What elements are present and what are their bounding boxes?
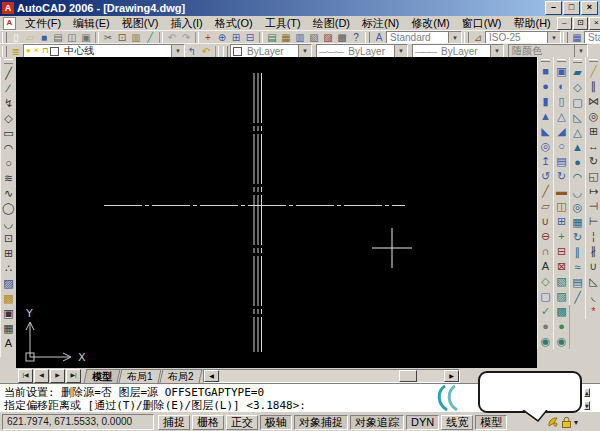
stretch-icon[interactable]: ↦: [586, 184, 600, 199]
vertical-centerlines[interactable]: [254, 73, 262, 352]
gradient-icon[interactable]: ▩: [1, 291, 16, 306]
doc-close-button[interactable]: ×: [589, 17, 600, 30]
lwt-toggle[interactable]: 线宽: [441, 415, 473, 430]
menu-item-edit[interactable]: 编辑(E): [67, 16, 116, 31]
hatch-icon[interactable]: ▨: [1, 276, 16, 291]
subtract-icon[interactable]: ⊖: [538, 229, 553, 244]
explode-icon[interactable]: *: [586, 304, 600, 319]
join-icon[interactable]: ∪: [586, 259, 600, 274]
solid-torus-icon[interactable]: ◎: [538, 139, 553, 154]
dyn-toggle[interactable]: DYN: [406, 415, 439, 430]
toolbar-grip[interactable]: [589, 59, 598, 62]
toolbar-grip[interactable]: [557, 59, 566, 62]
layer-unlock-icon[interactable]: ⊓: [42, 45, 48, 57]
chevron-down-icon[interactable]: ▼: [574, 45, 587, 57]
scroll-right-icon[interactable]: ▶: [444, 370, 459, 382]
copy-object-icon[interactable]: ∥: [586, 79, 600, 94]
torus-icon[interactable]: ○: [554, 139, 569, 154]
lock-icon[interactable]: [561, 416, 572, 428]
shell-icon[interactable]: ▢: [538, 289, 553, 304]
tabulated-surface-icon[interactable]: ∥: [570, 245, 585, 260]
solid-sphere-icon[interactable]: ●: [538, 79, 553, 94]
plot-style-combo[interactable]: 随颜色 ▼: [508, 44, 588, 58]
render-scene-icon[interactable]: ▧: [554, 274, 569, 289]
menu-item-draw[interactable]: 绘图(D): [307, 16, 356, 31]
menu-item-dimension[interactable]: 标注(N): [356, 16, 405, 31]
color-control-combo[interactable]: ByLayer ▼: [230, 44, 312, 58]
toolbar-grip[interactable]: [464, 32, 469, 43]
break-icon[interactable]: ∦: [586, 244, 600, 259]
chevron-down-icon[interactable]: ▼: [547, 32, 560, 44]
command-scrollbar[interactable]: ▲ ▼: [584, 385, 598, 411]
slice-solid-icon[interactable]: ▬: [554, 184, 569, 199]
cone-surface-icon[interactable]: ▲: [570, 140, 585, 155]
toolbar-grip[interactable]: [2, 46, 7, 57]
edge-surface-icon[interactable]: ▤: [570, 275, 585, 290]
doc-minimize-button[interactable]: –: [557, 17, 572, 30]
make-block-icon[interactable]: ⊞: [1, 246, 16, 261]
check-icon[interactable]: ✓: [538, 304, 553, 319]
layer-previous-icon[interactable]: ↶: [199, 45, 213, 58]
mesh-icon[interactable]: ▦: [570, 215, 585, 230]
region-icon[interactable]: ▣: [1, 306, 16, 321]
menu-item-view[interactable]: 视图(V): [116, 16, 165, 31]
minimize-button[interactable]: –: [545, 1, 562, 15]
layer-properties-manager-icon[interactable]: ≣: [9, 45, 23, 58]
osnap-toggle[interactable]: 对象捕捉: [294, 415, 348, 430]
tab-last-button[interactable]: ▶|: [66, 369, 81, 383]
scroll-up-icon[interactable]: ▲: [584, 388, 590, 397]
setup-profile-icon[interactable]: ⊠: [554, 259, 569, 274]
canvas-horizontal-scrollbar[interactable]: ◀ ▶: [203, 369, 460, 383]
menu-item-modify[interactable]: 修改(M): [405, 16, 456, 31]
mirror-icon[interactable]: ⋈: [586, 94, 600, 109]
section-icon[interactable]: ▱: [538, 199, 553, 214]
trim-icon[interactable]: ⊣: [586, 199, 600, 214]
toolbar-grip[interactable]: [2, 32, 7, 43]
communication-center-icon[interactable]: [547, 416, 559, 428]
render-icon[interactable]: ◉: [538, 334, 553, 349]
intersect-icon[interactable]: ∩: [538, 244, 553, 259]
ellipse-arc-icon[interactable]: ◡: [1, 216, 16, 231]
move-icon[interactable]: ↔: [586, 139, 600, 154]
model-toggle[interactable]: 模型: [475, 415, 507, 430]
drawing-doc-icon[interactable]: A: [3, 17, 16, 30]
edge-icon[interactable]: ╱: [570, 290, 585, 305]
imprint-icon[interactable]: A: [538, 259, 553, 274]
coordinates-display[interactable]: 621.7974, 671.5533, 0.0000: [2, 414, 154, 430]
make-object-layer-current-icon[interactable]: ↰: [185, 45, 199, 58]
box-icon[interactable]: ▣: [554, 64, 569, 79]
3d-face-icon[interactable]: ◇: [570, 80, 585, 95]
ruled-surface-icon[interactable]: ≈: [570, 260, 585, 275]
union-icon[interactable]: ∪: [538, 214, 553, 229]
chevron-down-icon[interactable]: ▼: [171, 45, 184, 57]
shaded-sphere-icon[interactable]: ●: [538, 319, 553, 334]
polar-toggle[interactable]: 极轴: [260, 415, 292, 430]
layer-thaw-sun-icon[interactable]: ☀: [33, 45, 40, 57]
toolbar-grip[interactable]: [563, 32, 568, 43]
spline-icon[interactable]: ∿: [1, 186, 16, 201]
cylinder-icon[interactable]: ▯: [554, 94, 569, 109]
interference-icon[interactable]: ⊞: [554, 214, 569, 229]
maximize-button[interactable]: □: [563, 1, 580, 15]
linetype-control-combo[interactable]: —·—·— ByLayer ▼: [316, 44, 408, 58]
tab-next-button[interactable]: ▶: [50, 369, 65, 383]
setup-view-icon[interactable]: ⊟: [554, 244, 569, 259]
lineweight-control-combo[interactable]: ——— ByLayer ▼: [412, 44, 504, 58]
circle-icon[interactable]: ○: [1, 156, 16, 171]
toolbar-grip[interactable]: [573, 59, 582, 63]
fillet-icon[interactable]: ◟: [586, 289, 600, 304]
table-icon[interactable]: ▦: [1, 321, 16, 336]
torus-surface-icon[interactable]: ◎: [570, 200, 585, 215]
revision-cloud-icon[interactable]: ≋: [1, 171, 16, 186]
slice-icon[interactable]: ╱: [538, 184, 553, 199]
tab-layout2[interactable]: 布局2: [159, 369, 202, 383]
revolve-solid-icon[interactable]: ↻: [554, 169, 569, 184]
break-at-point-icon[interactable]: ¦: [586, 229, 600, 244]
drawing-canvas[interactable]: Y X: [16, 57, 537, 368]
extrude-solid-icon[interactable]: ▤: [554, 154, 569, 169]
solid-box-icon[interactable]: ■: [538, 64, 553, 79]
revolve-icon[interactable]: ↺: [538, 169, 553, 184]
scroll-down-icon[interactable]: ▼: [584, 401, 590, 410]
menu-item-insert[interactable]: 插入(I): [164, 16, 208, 31]
toolbar-grip[interactable]: [365, 32, 370, 43]
